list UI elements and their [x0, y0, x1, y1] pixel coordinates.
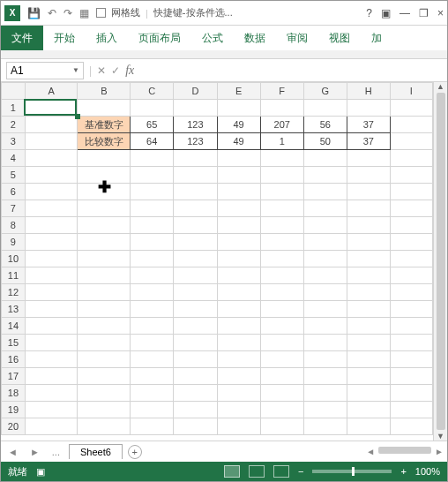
cell-B7[interactable]: [78, 200, 131, 217]
cell-A15[interactable]: [25, 335, 78, 351]
cell-E17[interactable]: [217, 368, 260, 385]
row-header-10[interactable]: 10: [2, 251, 26, 267]
cell-C15[interactable]: [131, 335, 174, 351]
row-header-14[interactable]: 14: [2, 318, 26, 335]
cell-B8[interactable]: [78, 217, 131, 234]
cell-A5[interactable]: [25, 167, 78, 184]
cell-A8[interactable]: [25, 217, 78, 234]
cell-F7[interactable]: [260, 200, 303, 217]
cell-A6[interactable]: [25, 184, 78, 200]
cell-A11[interactable]: [25, 267, 78, 284]
tab-view[interactable]: 视图: [318, 26, 361, 50]
cell-G19[interactable]: [303, 402, 347, 418]
cell-F1[interactable]: [260, 100, 303, 117]
cell-H19[interactable]: [347, 402, 390, 418]
cell-D16[interactable]: [174, 351, 217, 368]
tab-review[interactable]: 审阅: [276, 26, 318, 50]
confirm-formula-icon[interactable]: ✓: [111, 64, 120, 77]
cell-C3[interactable]: 64: [131, 133, 174, 150]
scroll-up-icon[interactable]: ▲: [437, 82, 444, 91]
cell-I9[interactable]: [390, 234, 432, 251]
col-header-I[interactable]: I: [390, 83, 432, 100]
cell-G8[interactable]: [303, 217, 347, 234]
select-all-corner[interactable]: [2, 83, 26, 100]
cell-D12[interactable]: [174, 284, 217, 301]
cell-E4[interactable]: [217, 150, 260, 167]
cell-A20[interactable]: [25, 418, 78, 435]
cell-A12[interactable]: [25, 284, 78, 301]
cell-I14[interactable]: [390, 318, 432, 335]
cell-I18[interactable]: [390, 385, 432, 402]
cell-E18[interactable]: [217, 385, 260, 402]
col-header-F[interactable]: F: [260, 83, 303, 100]
cell-I7[interactable]: [390, 200, 432, 217]
hscroll-thumb[interactable]: [378, 447, 431, 454]
cell-F17[interactable]: [260, 368, 303, 385]
cell-D10[interactable]: [174, 251, 217, 267]
spreadsheet-grid[interactable]: ABCDEFGHI12基准数字651234920756373比较数字641234…: [1, 82, 433, 441]
zoom-level[interactable]: 100%: [415, 466, 440, 477]
gridlines-checkbox[interactable]: [96, 8, 106, 18]
row-header-11[interactable]: 11: [2, 267, 26, 284]
cell-G10[interactable]: [303, 251, 347, 267]
cell-E13[interactable]: [217, 301, 260, 318]
view-normal-button[interactable]: [224, 465, 240, 478]
cell-G2[interactable]: 56: [303, 117, 347, 133]
cell-H18[interactable]: [347, 385, 390, 402]
cell-D13[interactable]: [174, 301, 217, 318]
cell-B16[interactable]: [78, 351, 131, 368]
cell-D3[interactable]: 123: [174, 133, 217, 150]
borders-icon[interactable]: ▦: [79, 7, 89, 19]
cell-C17[interactable]: [131, 368, 174, 385]
hscroll-left-icon[interactable]: ◄: [366, 447, 375, 456]
cell-G17[interactable]: [303, 368, 347, 385]
col-header-D[interactable]: D: [174, 83, 217, 100]
row-header-3[interactable]: 3: [2, 133, 26, 150]
cell-F9[interactable]: [260, 234, 303, 251]
cell-E6[interactable]: [217, 184, 260, 200]
col-header-G[interactable]: G: [303, 83, 347, 100]
row-header-17[interactable]: 17: [2, 368, 26, 385]
cell-I8[interactable]: [390, 217, 432, 234]
cell-G15[interactable]: [303, 335, 347, 351]
cell-C2[interactable]: 65: [131, 117, 174, 133]
cell-I16[interactable]: [390, 351, 432, 368]
row-header-8[interactable]: 8: [2, 217, 26, 234]
cell-H20[interactable]: [347, 418, 390, 435]
row-header-18[interactable]: 18: [2, 385, 26, 402]
cell-B13[interactable]: [78, 301, 131, 318]
col-header-B[interactable]: B: [78, 83, 131, 100]
cell-F16[interactable]: [260, 351, 303, 368]
cell-F11[interactable]: [260, 267, 303, 284]
fx-icon[interactable]: fx: [125, 64, 134, 78]
tab-data[interactable]: 数据: [234, 26, 276, 50]
zoom-slider[interactable]: [312, 470, 392, 473]
cell-E7[interactable]: [217, 200, 260, 217]
cell-F19[interactable]: [260, 402, 303, 418]
row-header-1[interactable]: 1: [2, 100, 26, 117]
restore-button[interactable]: ❐: [419, 7, 429, 19]
cell-C16[interactable]: [131, 351, 174, 368]
cell-D18[interactable]: [174, 385, 217, 402]
cell-I1[interactable]: [390, 100, 432, 117]
cell-H13[interactable]: [347, 301, 390, 318]
cell-B12[interactable]: [78, 284, 131, 301]
cell-B9[interactable]: [78, 234, 131, 251]
cell-G20[interactable]: [303, 418, 347, 435]
vertical-scrollbar[interactable]: ▲ ▼: [433, 82, 447, 441]
cell-G5[interactable]: [303, 167, 347, 184]
tab-file[interactable]: 文件: [1, 26, 43, 50]
cell-H2[interactable]: 37: [347, 117, 390, 133]
cell-C12[interactable]: [131, 284, 174, 301]
cell-C4[interactable]: [131, 150, 174, 167]
cell-B17[interactable]: [78, 368, 131, 385]
cell-E5[interactable]: [217, 167, 260, 184]
cell-C9[interactable]: [131, 234, 174, 251]
cell-B2[interactable]: 基准数字: [78, 117, 131, 133]
cell-A19[interactable]: [25, 402, 78, 418]
cell-F4[interactable]: [260, 150, 303, 167]
cell-A13[interactable]: [25, 301, 78, 318]
cell-E2[interactable]: 49: [217, 117, 260, 133]
macro-record-icon[interactable]: ▣: [36, 466, 45, 478]
row-header-9[interactable]: 9: [2, 234, 26, 251]
